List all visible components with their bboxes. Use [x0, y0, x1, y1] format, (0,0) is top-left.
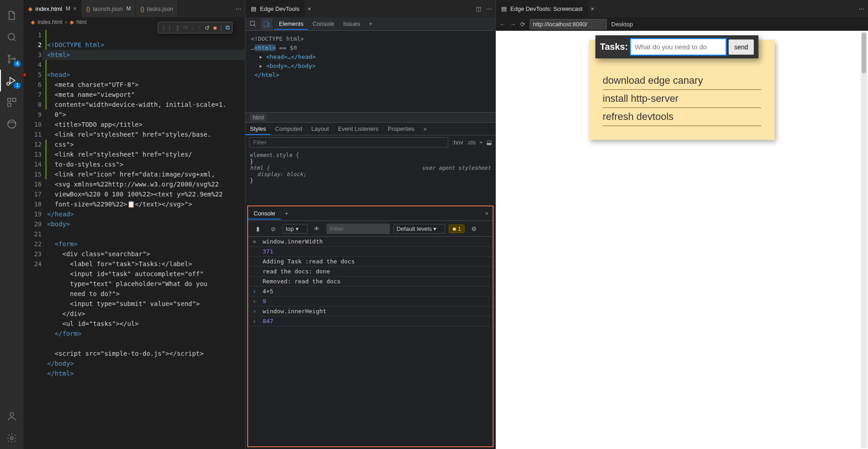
- step-into-icon[interactable]: ↓: [192, 24, 195, 31]
- tab-launch-json[interactable]: {}launch.jsonM: [82, 0, 135, 17]
- list-item[interactable]: download edge canary: [603, 72, 761, 90]
- more-icon[interactable]: »: [419, 123, 431, 135]
- context-select[interactable]: top ▾: [283, 224, 307, 234]
- styles-tab-layout[interactable]: Layout: [307, 123, 333, 135]
- close-drawer-icon[interactable]: ×: [481, 208, 493, 220]
- drawer-tab-console[interactable]: Console: [248, 207, 281, 220]
- tab-issues[interactable]: Issues: [339, 18, 365, 30]
- forward-icon[interactable]: →: [510, 21, 516, 28]
- more-icon[interactable]: ⋯: [235, 5, 241, 12]
- step-out-icon[interactable]: ↑: [198, 24, 201, 31]
- svg-rect-12: [264, 21, 268, 27]
- device-icon[interactable]: [261, 18, 273, 30]
- close-panel-icon[interactable]: ×: [588, 0, 597, 17]
- svg-point-8: [8, 120, 16, 128]
- hov-button[interactable]: :hov: [452, 139, 463, 146]
- add-drawer-tab-icon[interactable]: +: [281, 208, 293, 220]
- line-gutter: ◆ 12345678910111213141516171819202122232…: [24, 27, 47, 449]
- preview-icon: ▤: [251, 5, 256, 12]
- add-rule-icon[interactable]: +: [479, 139, 483, 146]
- tab-console[interactable]: Console: [308, 18, 339, 30]
- levels-select[interactable]: Default levels ▾: [393, 224, 446, 234]
- clear-console-icon[interactable]: ⊘: [267, 223, 279, 234]
- console-settings-icon[interactable]: ⚙: [468, 223, 480, 234]
- search-icon[interactable]: [0, 26, 24, 48]
- dom-tree[interactable]: <!DOCTYPE html> …<html> == $0 ▸ <head>…<…: [245, 31, 495, 112]
- screencast-title: ▤Edge DevTools: Screencast: [496, 0, 588, 17]
- send-button[interactable]: send: [729, 39, 754, 55]
- panel-title: ▤Edge DevTools: [245, 0, 305, 17]
- tab-index-html[interactable]: ◆index.htmlM×: [24, 0, 82, 17]
- screencast-toolbar: ← → ⟳ http://localhost:8080/ Desktop: [496, 17, 868, 31]
- svg-rect-13: [268, 23, 269, 27]
- explorer-icon[interactable]: [0, 5, 24, 26]
- console-drawer: Console + × ▮ ⊘ top ▾ 👁 Default levels ▾…: [247, 205, 494, 447]
- editor-group: ◆index.htmlM× {}launch.jsonM {}tasks.jso…: [24, 0, 245, 449]
- svg-rect-5: [8, 98, 11, 101]
- styles-pane[interactable]: element.style { } html {user agent style…: [245, 149, 495, 204]
- live-expr-icon[interactable]: 👁: [311, 223, 323, 234]
- back-icon[interactable]: ←: [499, 21, 505, 28]
- styles-tab-styles[interactable]: Styles: [245, 123, 270, 135]
- pause-icon[interactable]: ‖: [176, 24, 179, 31]
- drag-handle-icon[interactable]: ⋮⋮: [161, 24, 173, 31]
- console-output[interactable]: ×window.innerWidth 371 Adding Task :read…: [248, 237, 493, 446]
- tab-label: launch.json: [93, 5, 123, 12]
- stop-icon[interactable]: ■: [213, 24, 217, 31]
- more-icon[interactable]: ⋯: [858, 5, 864, 12]
- reload-icon[interactable]: ⟳: [520, 21, 525, 28]
- add-tab-icon[interactable]: +: [364, 18, 376, 29]
- settings-icon[interactable]: [0, 427, 24, 449]
- svg-point-9: [10, 413, 14, 416]
- close-panel-icon[interactable]: ×: [305, 0, 314, 17]
- tab-elements[interactable]: Elements: [274, 18, 308, 30]
- styles-tab-properties[interactable]: Properties: [383, 123, 419, 135]
- preview-icon: ▤: [501, 5, 507, 12]
- more-icon[interactable]: ⋯: [486, 5, 492, 12]
- code-content[interactable]: <!DOCTYPE html> <html> <head> <meta char…: [47, 27, 245, 449]
- styles-tab-computed[interactable]: Computed: [270, 123, 307, 135]
- delete-icon: ×: [253, 238, 259, 245]
- todo-app: Tasks: send download edge canary install…: [589, 40, 775, 140]
- tab-tasks-json[interactable]: {}tasks.json: [136, 0, 178, 17]
- scm-icon[interactable]: 4: [0, 48, 24, 70]
- restart-icon[interactable]: ↺: [205, 24, 210, 31]
- tasks-label: Tasks:: [600, 42, 628, 52]
- url-input[interactable]: http://localhost:8080/: [530, 19, 607, 29]
- svg-point-3: [14, 58, 15, 60]
- screencast-panel: ▤Edge DevTools: Screencast × ⋯ ← → ⟳ htt…: [496, 0, 868, 449]
- inspect-icon[interactable]: [247, 18, 259, 30]
- scroll-thumb[interactable]: [862, 33, 866, 73]
- debug-badge: 1: [14, 82, 21, 89]
- edge-icon[interactable]: [0, 113, 24, 135]
- account-icon[interactable]: [0, 406, 24, 427]
- breakpoint-icon[interactable]: ◆: [24, 69, 26, 79]
- list-item[interactable]: refresh devtools: [603, 108, 761, 126]
- mode-label: Desktop: [611, 21, 633, 28]
- styles-tab-listeners[interactable]: Event Listeners: [333, 123, 383, 135]
- console-filter-input[interactable]: [326, 224, 390, 234]
- dom-breadcrumb[interactable]: html: [245, 112, 495, 123]
- issues-badge[interactable]: ■ 1: [449, 224, 465, 233]
- screencast-link-icon[interactable]: ⧉: [225, 24, 230, 31]
- cls-button[interactable]: .cls: [467, 139, 476, 146]
- searchbar: Tasks: send: [595, 35, 758, 58]
- sidebar-toggle-icon[interactable]: ▮: [252, 223, 264, 234]
- step-over-icon[interactable]: ↷: [183, 24, 188, 31]
- debug-toolbar: ⋮⋮ ‖ ↷ ↓ ↑ ↺ ■ | ⧉: [158, 22, 233, 33]
- debug-icon[interactable]: 1: [0, 70, 24, 91]
- editor[interactable]: ◆ 12345678910111213141516171819202122232…: [24, 27, 245, 449]
- activity-bar: 4 1: [0, 0, 24, 449]
- screencast-viewport[interactable]: Tasks: send download edge canary install…: [496, 31, 868, 449]
- list-item[interactable]: install http-server: [603, 90, 761, 108]
- tab-label: tasks.json: [147, 5, 173, 12]
- extensions-icon[interactable]: [0, 91, 24, 113]
- svg-point-4: [7, 82, 10, 85]
- split-icon[interactable]: ◫: [476, 5, 481, 12]
- scrollbar[interactable]: [861, 32, 867, 448]
- toggle-panel-icon[interactable]: ⬓: [486, 139, 492, 146]
- close-icon[interactable]: ×: [73, 5, 77, 12]
- styles-filter-input[interactable]: [249, 137, 448, 148]
- svg-point-2: [8, 61, 10, 63]
- task-input[interactable]: [631, 39, 726, 55]
